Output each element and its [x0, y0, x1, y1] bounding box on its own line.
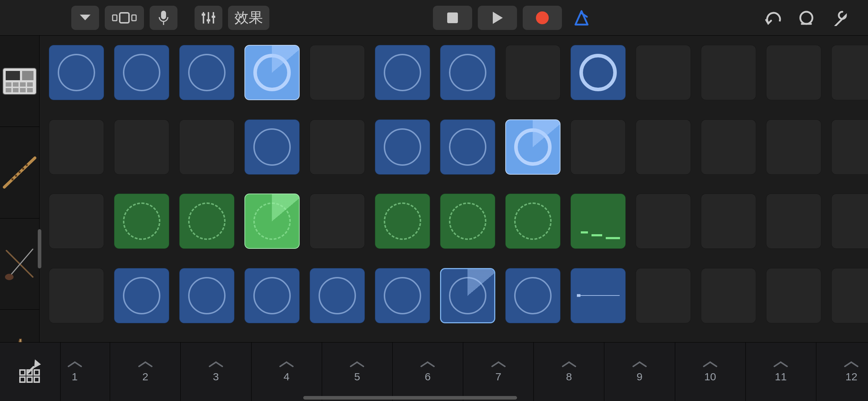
- metronome-button[interactable]: [568, 6, 595, 30]
- loop-waveform-icon: [384, 128, 421, 166]
- browser-dropdown-button[interactable]: [71, 6, 99, 30]
- chevron-up-icon: [67, 361, 83, 368]
- column-trigger[interactable]: 7: [463, 343, 533, 401]
- column-buttons: 123456789101112: [40, 343, 868, 401]
- mixer-button[interactable]: [195, 6, 222, 30]
- svg-point-12: [536, 11, 549, 24]
- loop-cell-empty[interactable]: [701, 119, 756, 175]
- loop-cell-empty[interactable]: [831, 45, 868, 100]
- column-trigger[interactable]: 11: [745, 343, 816, 401]
- loop-cell-empty[interactable]: [636, 194, 691, 249]
- loop-cell[interactable]: [440, 119, 495, 175]
- horizontal-scrollbar[interactable]: [303, 396, 517, 400]
- settings-button[interactable]: [826, 6, 854, 30]
- loop-cell[interactable]: [244, 119, 300, 175]
- loop-cell-empty[interactable]: [49, 119, 104, 175]
- grid-edit-button[interactable]: [0, 342, 61, 401]
- loop-cell[interactable]: [114, 45, 169, 100]
- loop-cell-empty[interactable]: [49, 268, 104, 323]
- loop-waveform-icon: [253, 202, 291, 240]
- loop-cell-empty[interactable]: [310, 119, 365, 175]
- loop-cell[interactable]: [179, 268, 234, 323]
- loop-cell-empty[interactable]: [701, 45, 756, 100]
- loop-cell[interactable]: [375, 194, 430, 249]
- view-layout-button[interactable]: [105, 6, 144, 30]
- loop-cell-empty[interactable]: [636, 119, 691, 175]
- loop-cell-empty[interactable]: [766, 194, 821, 249]
- column-number: 1: [72, 371, 78, 383]
- svg-rect-18: [22, 71, 33, 80]
- loop-cell-empty[interactable]: [766, 119, 821, 175]
- loop-cell-empty[interactable]: [831, 268, 868, 323]
- loop-cell[interactable]: [505, 119, 560, 175]
- column-trigger[interactable]: 6: [392, 343, 463, 401]
- loop-cell-empty[interactable]: [179, 119, 234, 175]
- record-icon: [535, 11, 549, 25]
- svg-rect-43: [27, 377, 32, 382]
- loop-cell[interactable]: [179, 45, 234, 100]
- column-trigger[interactable]: 10: [675, 343, 745, 401]
- loop-cell[interactable]: [375, 268, 430, 323]
- chevron-up-icon: [491, 361, 506, 368]
- column-trigger[interactable]: 3: [180, 343, 251, 401]
- loop-cell[interactable]: [570, 194, 626, 249]
- instrument-drum-machine[interactable]: [0, 36, 39, 127]
- loop-cell[interactable]: [505, 268, 560, 323]
- svg-point-28: [11, 178, 14, 180]
- stop-button[interactable]: [433, 6, 472, 30]
- loop-cell-empty[interactable]: [570, 119, 626, 175]
- loop-cell[interactable]: [114, 194, 169, 249]
- loop-cell-empty[interactable]: [636, 268, 691, 323]
- column-trigger[interactable]: 2: [110, 343, 180, 401]
- loop-cell[interactable]: [375, 45, 430, 100]
- column-trigger[interactable]: 9: [604, 343, 675, 401]
- instrument-scrollbar[interactable]: [38, 229, 41, 268]
- undo-button[interactable]: [759, 6, 787, 30]
- loop-cell[interactable]: [244, 194, 300, 249]
- loop-cell[interactable]: [310, 268, 365, 323]
- loop-cell-empty[interactable]: [114, 119, 169, 175]
- play-button[interactable]: [478, 6, 517, 30]
- loop-cell-empty[interactable]: [310, 194, 365, 249]
- app-root: 效果: [0, 0, 868, 401]
- instrument-dizi-flute[interactable]: [0, 127, 39, 218]
- loop-cell[interactable]: [570, 45, 626, 100]
- loop-cell[interactable]: [375, 119, 430, 175]
- loop-cell[interactable]: [505, 194, 560, 249]
- loop-waveform-icon: [58, 54, 95, 91]
- loop-cell-empty[interactable]: [831, 194, 868, 249]
- loop-cell[interactable]: [49, 45, 104, 100]
- loop-button[interactable]: [792, 6, 820, 30]
- loop-cell-empty[interactable]: [505, 45, 560, 100]
- chevron-up-icon: [208, 361, 224, 368]
- svg-rect-41: [34, 370, 39, 375]
- instrument-erhu[interactable]: [0, 219, 39, 310]
- loop-cell-empty[interactable]: [766, 268, 821, 323]
- loop-cell-empty[interactable]: [831, 119, 868, 175]
- loop-cell-empty[interactable]: [766, 45, 821, 100]
- column-trigger[interactable]: 5: [322, 343, 392, 401]
- loop-cell-empty[interactable]: [49, 194, 104, 249]
- loop-cell[interactable]: [570, 268, 626, 323]
- loop-cell[interactable]: [440, 45, 495, 100]
- loop-cell[interactable]: [114, 268, 169, 323]
- loop-cell-empty[interactable]: [636, 45, 691, 100]
- mic-input-button[interactable]: [150, 6, 177, 30]
- loop-cell[interactable]: [244, 268, 300, 323]
- record-button[interactable]: [523, 6, 562, 30]
- loop-cell[interactable]: [440, 268, 495, 323]
- chevron-up-icon: [349, 361, 365, 368]
- loop-cell[interactable]: [244, 45, 300, 100]
- column-trigger[interactable]: 8: [533, 343, 604, 401]
- fx-button[interactable]: 效果: [228, 6, 269, 30]
- loop-cell-empty[interactable]: [701, 268, 756, 323]
- loop-cell[interactable]: [440, 194, 495, 249]
- loop-cell-empty[interactable]: [701, 194, 756, 249]
- loop-cell-empty[interactable]: [310, 45, 365, 100]
- loop-cell[interactable]: [179, 194, 234, 249]
- column-trigger[interactable]: 12: [816, 343, 868, 401]
- svg-rect-1: [120, 13, 129, 23]
- svg-rect-21: [20, 82, 26, 87]
- column-trigger[interactable]: 4: [251, 343, 322, 401]
- svg-point-14: [800, 12, 812, 24]
